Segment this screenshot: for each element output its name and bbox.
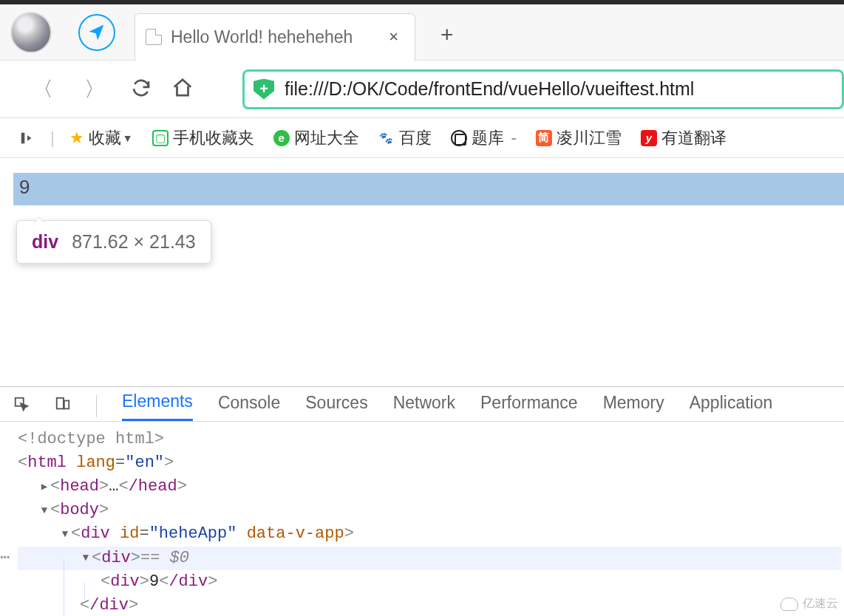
mobile-icon: ▢ <box>152 130 169 146</box>
tiku-icon <box>451 130 467 146</box>
tooltip-dimensions: 871.62 × 21.43 <box>72 231 196 253</box>
site-directory-label: 网址大全 <box>294 127 359 149</box>
tab-sources[interactable]: Sources <box>305 393 367 420</box>
address-bar[interactable]: + file:///D:/OK/Code/frontEnd/vueHello/v… <box>242 69 844 109</box>
close-tab-button[interactable]: × <box>386 24 401 49</box>
overflow-dots-icon[interactable]: ⋯ <box>0 547 10 570</box>
tab-console[interactable]: Console <box>218 393 280 420</box>
tiku-dash: - <box>511 129 517 148</box>
separator: | <box>50 129 55 148</box>
jian-icon: 简 <box>536 130 552 146</box>
reload-button[interactable] <box>130 77 152 102</box>
code-line[interactable]: <div>9</div> <box>18 570 841 594</box>
tab-application[interactable]: Application <box>690 393 773 420</box>
inspected-element-highlight: 9 <box>13 173 844 205</box>
tab-title: Hello World! heheheheh <box>171 27 353 47</box>
window-top-strip <box>0 0 844 4</box>
tiku-label: 题库 <box>472 127 504 149</box>
code-line[interactable]: ▶ <head>…</head> <box>18 475 841 499</box>
url-text: file:///D:/OK/Code/frontEnd/vueHello/vue… <box>285 78 694 100</box>
device-toolbar-icon[interactable] <box>55 396 71 417</box>
tiku-bookmark[interactable]: 题库 - <box>446 124 521 152</box>
svg-rect-3 <box>64 400 69 408</box>
forward-button[interactable]: 〉 <box>78 72 111 106</box>
page-icon <box>146 29 162 45</box>
baidu-bookmark[interactable]: 🐾 百度 <box>374 124 436 152</box>
sidebar-toggle-icon[interactable] <box>15 127 40 149</box>
compass-icon[interactable] <box>78 14 115 51</box>
titlebar: Hello World! heheheheh × + <box>0 0 844 61</box>
svg-rect-0 <box>21 132 25 143</box>
new-tab-button[interactable]: + <box>432 18 463 52</box>
devtools-panel: Elements Console Sources Network Perform… <box>0 387 844 616</box>
mobile-favorites-label: 手机收藏夹 <box>173 127 254 149</box>
site-directory-icon: e <box>273 130 290 146</box>
youdao-icon: y <box>641 130 657 146</box>
collapse-arrow-icon[interactable]: ▼ <box>38 503 50 518</box>
devtools-tabs: Elements Console Sources Network Perform… <box>0 387 844 422</box>
chevron-down-icon: ▼ <box>123 132 133 144</box>
code-line[interactable]: ▼ <body> <box>18 499 841 522</box>
separator <box>96 395 97 417</box>
inspector-tooltip: div 871.62 × 21.43 <box>16 220 211 264</box>
watermark-text: 亿速云 <box>803 596 838 612</box>
collapse-arrow-icon[interactable]: ▼ <box>80 550 92 565</box>
tab-memory[interactable]: Memory <box>603 393 664 420</box>
highlighted-text: 9 <box>19 176 30 198</box>
nav-toolbar: 〈 〉 + file:///D:/OK/Code/frontEnd/vueHel… <box>0 61 844 118</box>
star-icon: ★ <box>69 129 84 148</box>
lingchuan-bookmark[interactable]: 简 凌川江雪 <box>531 124 626 152</box>
browser-tab[interactable]: Hello World! heheheheh × <box>135 13 415 61</box>
mobile-favorites[interactable]: ▢ 手机收藏夹 <box>148 124 259 152</box>
back-button[interactable]: 〈 <box>27 72 59 106</box>
watermark-icon <box>780 598 798 611</box>
tab-network[interactable]: Network <box>393 393 455 420</box>
favorites-button[interactable]: ★ 收藏 ▼ <box>65 124 137 152</box>
code-line[interactable]: <html lang="en"> <box>18 451 841 475</box>
site-directory[interactable]: e 网址大全 <box>269 124 364 152</box>
inspect-element-icon[interactable] <box>13 396 30 417</box>
youdao-label: 有道翻译 <box>661 127 726 149</box>
expand-arrow-icon[interactable]: ▶ <box>38 479 50 494</box>
youdao-bookmark[interactable]: y 有道翻译 <box>636 124 731 152</box>
bookmarks-bar: | ★ 收藏 ▼ ▢ 手机收藏夹 e 网址大全 🐾 百度 题库 - 简 凌川江雪… <box>0 118 844 158</box>
baidu-label: 百度 <box>399 127 432 149</box>
baidu-icon: 🐾 <box>378 130 395 146</box>
tooltip-tagname: div <box>32 231 58 253</box>
user-avatar[interactable] <box>10 12 52 53</box>
code-line-selected[interactable]: ⋯ ▼ <div> == $0 <box>18 547 841 570</box>
svg-rect-2 <box>57 398 64 409</box>
code-line[interactable]: <!doctype html> <box>18 428 841 451</box>
tab-performance[interactable]: Performance <box>480 393 578 420</box>
watermark: 亿速云 <box>780 596 838 612</box>
home-button[interactable] <box>171 77 194 102</box>
tab-elements[interactable]: Elements <box>122 391 193 421</box>
security-shield-icon[interactable]: + <box>253 79 274 100</box>
code-line[interactable]: </div> <box>18 594 841 616</box>
lingchuan-label: 凌川江雪 <box>557 127 622 149</box>
elements-tree[interactable]: <!doctype html> <html lang="en"> ▶ <head… <box>0 422 844 616</box>
code-line[interactable]: ▼ <div id="heheApp" data-v-app> <box>18 522 841 546</box>
page-viewport: 9 div 871.62 × 21.43 <box>0 158 844 387</box>
favorites-label: 收藏 <box>89 127 121 149</box>
collapse-arrow-icon[interactable]: ▼ <box>59 527 71 541</box>
